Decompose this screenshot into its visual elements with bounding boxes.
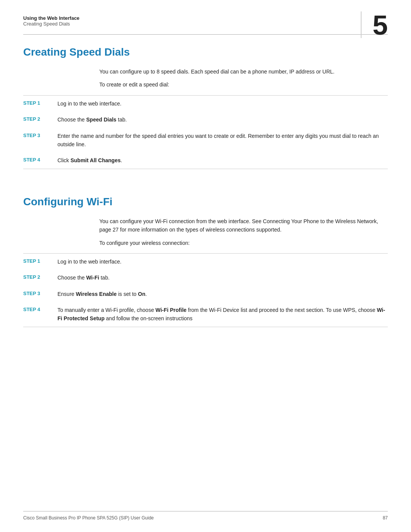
section2-step1-row: STEP 1 Log in to the web interface. <box>23 254 388 270</box>
section2-step2-content: Choose the Wi-Fi tab. <box>57 273 388 282</box>
section2-step4-content: To manually enter a Wi-Fi profile, choos… <box>57 306 388 323</box>
section2-step3-bold1: Wireless Enable <box>76 291 116 297</box>
section2-step4-label: STEP 4 <box>23 306 57 312</box>
section2-step2-bold: Wi-Fi <box>86 275 99 281</box>
section2-intro: You can configure your Wi-Fi connection … <box>99 217 388 247</box>
section2-step4-bold2: Wi-Fi Protected Setup <box>57 307 385 321</box>
breadcrumb: Using the Web Interface Creating Speed D… <box>23 15 388 30</box>
section1-intro-p2: To create or edit a speed dial: <box>99 80 388 89</box>
step2-content: Choose the Speed Dials tab. <box>57 115 388 124</box>
breadcrumb-sub: Creating Speed Dials <box>23 21 388 27</box>
chapter-decoration-line <box>361 11 362 38</box>
section2-step4-row: STEP 4 To manually enter a Wi-Fi profile… <box>23 302 388 327</box>
section1-intro-p1: You can configure up to 8 speed dials. E… <box>99 67 388 76</box>
section1-title: Creating Speed Dials <box>23 46 388 58</box>
step4-row: STEP 4 Click Submit All Changes. <box>23 152 388 168</box>
chapter-number: 5 <box>373 11 388 39</box>
step1-content: Log in to the web interface. <box>57 99 388 108</box>
section2-step3-content: Ensure Wireless Enable is set to On. <box>57 290 388 298</box>
step3-row: STEP 3 Enter the name and number for the… <box>23 128 388 153</box>
section2-step3-bold2: On <box>138 291 145 297</box>
section2-step3-row: STEP 3 Ensure Wireless Enable is set to … <box>23 286 388 302</box>
page-container: 5 Using the Web Interface Creating Speed… <box>0 0 411 532</box>
section2-step4-bold1: Wi-Fi Profile <box>156 307 187 313</box>
step3-content: Enter the name and number for the speed … <box>57 132 388 149</box>
section2-steps: STEP 1 Log in to the web interface. STEP… <box>23 253 388 327</box>
section-creating-speed-dials: Creating Speed Dials You can configure u… <box>0 35 411 169</box>
step2-label: STEP 2 <box>23 115 57 122</box>
footer-right: 87 <box>383 515 388 521</box>
step2-row: STEP 2 Choose the Speed Dials tab. <box>23 112 388 128</box>
header: 5 Using the Web Interface Creating Speed… <box>0 0 411 35</box>
section2-intro-p2: To configure your wireless connection: <box>99 239 388 247</box>
section2-step2-row: STEP 2 Choose the Wi-Fi tab. <box>23 270 388 286</box>
step4-bold: Submit All Changes <box>70 157 121 163</box>
section2-title: Configuring Wi-Fi <box>23 196 388 208</box>
section2-step3-label: STEP 3 <box>23 290 57 296</box>
section2-intro-p1: You can configure your Wi-Fi connection … <box>99 217 388 234</box>
footer-left: Cisco Small Business Pro IP Phone SPA 52… <box>23 515 154 521</box>
section2-step1-label: STEP 1 <box>23 257 57 264</box>
section1-intro: You can configure up to 8 speed dials. E… <box>99 67 388 89</box>
section1-steps: STEP 1 Log in to the web interface. STEP… <box>23 95 388 169</box>
step2-bold: Speed Dials <box>86 117 116 123</box>
footer: Cisco Small Business Pro IP Phone SPA 52… <box>23 511 388 521</box>
step4-label: STEP 4 <box>23 156 57 163</box>
section2-intro-p1-after: for more information on the types of wir… <box>119 227 282 233</box>
section2-step1-content: Log in to the web interface. <box>57 257 388 266</box>
step-divider-bottom-2 <box>23 327 388 327</box>
section2-step2-label: STEP 2 <box>23 273 57 280</box>
step1-label: STEP 1 <box>23 99 57 106</box>
step1-row: STEP 1 Log in to the web interface. <box>23 96 388 112</box>
step3-label: STEP 3 <box>23 132 57 138</box>
step4-content: Click Submit All Changes. <box>57 156 388 165</box>
breadcrumb-main: Using the Web Interface <box>23 15 388 21</box>
header-divider <box>23 34 388 35</box>
section2-intro-p1-before: You can configure your Wi-Fi connection … <box>99 218 263 224</box>
section-gap-1 <box>0 169 411 184</box>
section-configuring-wifi: Configuring Wi-Fi You can configure your… <box>0 184 411 327</box>
